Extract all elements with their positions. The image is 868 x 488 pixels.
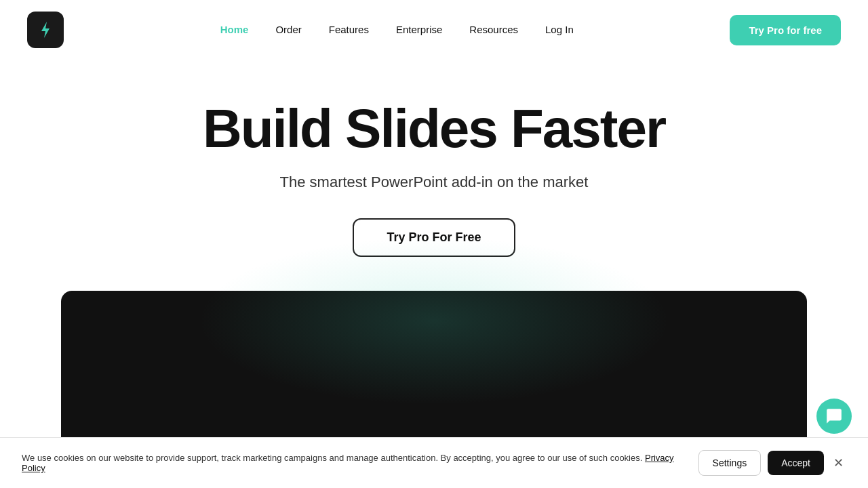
nav-item-features[interactable]: Features <box>329 24 369 36</box>
cookie-accept-button[interactable]: Accept <box>768 451 824 475</box>
hero-cta-button[interactable]: Try Pro For Free <box>353 218 515 257</box>
svg-marker-0 <box>41 22 50 38</box>
hero-video-area <box>61 291 807 447</box>
chat-bubble[interactable] <box>816 399 852 434</box>
logo-icon <box>27 12 64 48</box>
close-icon: ✕ <box>833 455 844 470</box>
chat-icon <box>825 407 843 425</box>
cookie-message: We use cookies on our website to provide… <box>22 453 685 473</box>
nav-item-login[interactable]: Log In <box>545 24 574 36</box>
cookie-close-button[interactable]: ✕ <box>831 453 846 473</box>
nav-item-order[interactable]: Order <box>275 24 301 36</box>
hero-title: Build Slides Faster <box>203 100 665 157</box>
cookie-banner: We use cookies on our website to provide… <box>0 437 868 488</box>
hero-section: Build Slides Faster The smartest PowerPo… <box>0 60 868 447</box>
cookie-buttons: Settings Accept ✕ <box>698 450 846 476</box>
nav-try-pro-button[interactable]: Try Pro for free <box>730 15 841 45</box>
nav-item-resources[interactable]: Resources <box>469 24 518 36</box>
logo[interactable] <box>27 12 64 48</box>
cookie-settings-button[interactable]: Settings <box>698 450 762 476</box>
nav-item-home[interactable]: Home <box>220 24 249 36</box>
hero-subtitle: The smartest PowerPoint add-in on the ma… <box>280 174 589 191</box>
navbar: Home Order Features Enterprise Resources… <box>0 0 868 60</box>
nav-links: Home Order Features Enterprise Resources… <box>220 24 574 36</box>
nav-item-enterprise[interactable]: Enterprise <box>396 24 442 36</box>
